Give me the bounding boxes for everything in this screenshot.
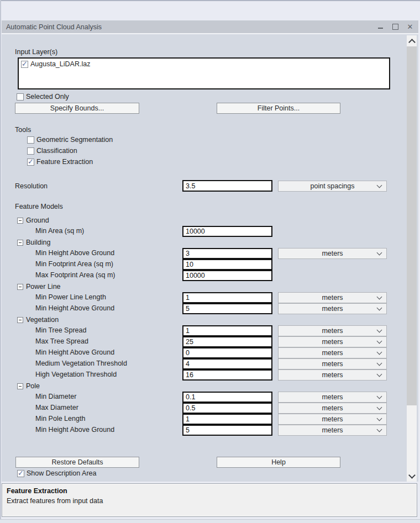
field-units-value-building-min-height-above-ground: meters — [322, 250, 343, 257]
group-label-ground: Ground — [26, 216, 49, 224]
field-input-pole-min-pole-length[interactable] — [182, 414, 272, 425]
bottom-strip — [0, 519, 420, 523]
close-button[interactable]: ✕ — [406, 23, 414, 31]
minimize-button[interactable] — [376, 23, 384, 31]
tool-label-classification: Classification — [36, 147, 77, 155]
maximize-button[interactable] — [391, 23, 399, 31]
input-layers-listbox[interactable]: Augusta_LiDAR.laz — [18, 57, 390, 89]
field-row-pole-min-height-above-ground: Min Height Above Groundmeters — [17, 425, 392, 436]
field-input-building-max-footprint-area-sq-m[interactable] — [182, 270, 272, 281]
field-label-building-min-footprint-area-sq-m: Min Footprint Area (sq m) — [35, 260, 113, 268]
field-input-ground-min-area-sq-m[interactable] — [182, 226, 272, 237]
scrollbar-thumb[interactable] — [407, 46, 417, 405]
resolution-units-dropdown[interactable]: point spacings — [278, 181, 387, 192]
field-input-power-line-min-height-above-ground[interactable] — [182, 303, 272, 314]
scroll-down-button[interactable] — [407, 471, 417, 482]
tool-label-feature-extraction: Feature Extraction — [36, 158, 93, 166]
field-row-vegetation-min-height-above-ground: Min Height Above Groundmeters — [17, 347, 392, 358]
field-units-value-pole-min-height-above-ground: meters — [322, 426, 343, 434]
field-units-value-vegetation-min-tree-spread: meters — [322, 327, 343, 335]
field-label-pole-max-diameter: Max Diameter — [35, 404, 78, 411]
tool-checkbox-feature-extraction[interactable] — [27, 159, 34, 166]
field-label-ground-min-area-sq-m: Min Area (sq m) — [35, 227, 84, 235]
field-input-pole-min-diameter[interactable] — [182, 392, 272, 403]
field-input-building-min-footprint-area-sq-m[interactable] — [182, 259, 272, 270]
field-units-dropdown-pole-max-diameter[interactable]: meters — [278, 403, 387, 414]
field-label-vegetation-max-tree-spread: Max Tree Spread — [35, 337, 88, 345]
field-units-value-vegetation-high-vegetation-threshold: meters — [322, 371, 343, 379]
field-units-dropdown-vegetation-high-vegetation-threshold[interactable]: meters — [278, 369, 387, 381]
selected-only-checkbox[interactable] — [17, 93, 24, 101]
field-row-vegetation-max-tree-spread: Max Tree Spreadmeters — [17, 336, 392, 347]
collapse-icon[interactable] — [17, 218, 23, 224]
group-header-building: Building — [17, 237, 392, 248]
layer-list-item[interactable]: Augusta_LiDAR.laz — [19, 59, 389, 70]
field-units-dropdown-vegetation-min-tree-spread[interactable]: meters — [278, 325, 387, 336]
chevron-down-icon — [377, 350, 382, 355]
chevron-down-icon — [377, 394, 382, 399]
resolution-input[interactable] — [182, 180, 272, 192]
field-units-dropdown-vegetation-min-height-above-ground[interactable]: meters — [278, 347, 387, 358]
field-input-vegetation-high-vegetation-threshold[interactable] — [182, 369, 272, 381]
show-description-label: Show Description Area — [27, 469, 96, 477]
collapse-icon[interactable] — [17, 317, 23, 323]
field-units-dropdown-pole-min-height-above-ground[interactable]: meters — [278, 425, 387, 436]
show-description-checkbox[interactable] — [17, 470, 24, 477]
collapse-icon[interactable] — [17, 383, 23, 389]
collapse-icon[interactable] — [17, 284, 23, 290]
field-label-power-line-min-height-above-ground: Min Height Above Ground — [35, 304, 114, 312]
chevron-down-icon — [377, 183, 382, 188]
chevron-down-icon — [377, 305, 382, 311]
layer-checkbox[interactable] — [21, 61, 28, 68]
filter-points-button[interactable]: Filter Points... — [217, 103, 340, 114]
tool-checkbox-classification[interactable] — [27, 147, 34, 155]
field-input-vegetation-min-tree-spread[interactable] — [182, 325, 272, 336]
chevron-down-icon — [377, 294, 382, 300]
field-row-ground-min-area-sq-m: Min Area (sq m) — [17, 226, 392, 237]
field-units-value-power-line-min-height-above-ground: meters — [322, 305, 343, 313]
restore-defaults-button[interactable]: Restore Defaults — [15, 457, 139, 468]
group-header-vegetation: Vegetation — [17, 314, 392, 325]
chevron-down-icon — [377, 405, 382, 410]
collapse-icon[interactable] — [17, 240, 23, 246]
field-row-vegetation-min-tree-spread: Min Tree Spreadmeters — [17, 325, 392, 336]
tools-checkbox-group: Geometric SegmentationClassificationFeat… — [27, 134, 113, 167]
field-input-pole-max-diameter[interactable] — [182, 403, 272, 414]
field-units-dropdown-power-line-min-power-line-length[interactable]: meters — [278, 292, 387, 303]
field-units-dropdown-pole-min-pole-length[interactable]: meters — [278, 414, 387, 425]
field-row-power-line-min-height-above-ground: Min Height Above Groundmeters — [17, 303, 392, 314]
chevron-up-icon — [408, 39, 416, 46]
chevron-down-icon — [377, 416, 382, 421]
field-units-dropdown-vegetation-max-tree-spread[interactable]: meters — [278, 336, 387, 347]
field-units-dropdown-building-min-height-above-ground[interactable]: meters — [278, 248, 387, 259]
field-units-dropdown-power-line-min-height-above-ground[interactable]: meters — [278, 303, 387, 314]
vertical-scrollbar[interactable] — [407, 35, 417, 482]
chevron-down-icon — [377, 339, 382, 344]
resolution-units-value: point spacings — [311, 182, 355, 190]
tool-checkbox-geometric-segmentation[interactable] — [27, 136, 34, 144]
field-input-power-line-min-power-line-length[interactable] — [182, 292, 272, 303]
field-units-dropdown-pole-min-diameter[interactable]: meters — [278, 392, 387, 403]
field-input-vegetation-max-tree-spread[interactable] — [182, 336, 272, 347]
minimize-icon — [378, 28, 383, 29]
scroll-up-button[interactable] — [407, 35, 417, 46]
field-units-value-pole-min-pole-length: meters — [322, 415, 343, 423]
selected-only-label: Selected Only — [26, 93, 69, 101]
field-label-vegetation-medium-vegetation-threshold: Medium Vegetation Threshold — [35, 360, 127, 367]
field-input-vegetation-min-height-above-ground[interactable] — [182, 347, 272, 358]
specify-bounds-button[interactable]: Specify Bounds... — [15, 103, 139, 114]
chevron-down-icon — [408, 472, 416, 479]
field-row-building-max-footprint-area-sq-m: Max Footprint Area (sq m) — [17, 270, 392, 281]
field-label-pole-min-height-above-ground: Min Height Above Ground — [35, 426, 114, 434]
screen-left-edge — [0, 0, 1, 523]
field-input-building-min-height-above-ground[interactable] — [182, 248, 272, 259]
field-units-dropdown-vegetation-medium-vegetation-threshold[interactable]: meters — [278, 358, 387, 369]
field-label-vegetation-high-vegetation-threshold: High Vegetation Threshold — [35, 371, 117, 378]
chevron-down-icon — [377, 250, 382, 256]
field-input-vegetation-medium-vegetation-threshold[interactable] — [182, 358, 272, 369]
field-input-pole-min-height-above-ground[interactable] — [182, 425, 272, 436]
tool-label-geometric-segmentation: Geometric Segmentation — [36, 136, 113, 144]
chevron-down-icon — [377, 361, 382, 366]
field-row-building-min-height-above-ground: Min Height Above Groundmeters — [17, 248, 392, 259]
help-button[interactable]: Help — [217, 457, 340, 468]
